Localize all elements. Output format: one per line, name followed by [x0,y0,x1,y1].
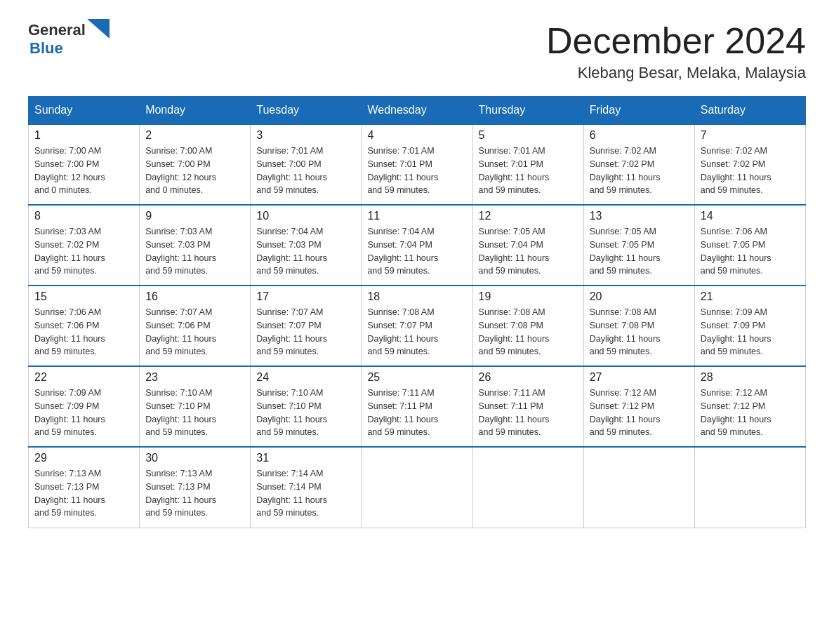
header-friday: Friday [583,97,694,125]
day-info: Sunrise: 7:06 AMSunset: 7:06 PMDaylight:… [34,307,105,356]
day-info: Sunrise: 7:11 AMSunset: 7:11 PMDaylight:… [479,388,550,437]
day-number: 7 [701,129,800,142]
day-info: Sunrise: 7:08 AMSunset: 7:07 PMDaylight:… [367,307,438,356]
day-number: 15 [34,290,133,303]
day-info: Sunrise: 7:03 AMSunset: 7:02 PMDaylight:… [34,227,105,276]
table-row: 12 Sunrise: 7:05 AMSunset: 7:04 PMDaylig… [472,205,583,286]
calendar-week-row: 29 Sunrise: 7:13 AMSunset: 7:13 PMDaylig… [29,447,806,528]
calendar-week-row: 8 Sunrise: 7:03 AMSunset: 7:02 PMDayligh… [29,205,806,286]
logo: General Blue [28,21,110,58]
calendar-table: Sunday Monday Tuesday Wednesday Thursday… [28,96,806,528]
day-number: 30 [145,452,244,464]
day-info: Sunrise: 7:10 AMSunset: 7:10 PMDaylight:… [256,388,327,437]
title-section: December 2024 Klebang Besar, Melaka, Mal… [546,21,806,82]
table-row: 26 Sunrise: 7:11 AMSunset: 7:11 PMDaylig… [472,366,583,447]
day-number: 2 [145,129,244,142]
calendar-week-row: 1 Sunrise: 7:00 AMSunset: 7:00 PMDayligh… [29,124,806,205]
header-thursday: Thursday [472,97,583,125]
day-info: Sunrise: 7:05 AMSunset: 7:05 PMDaylight:… [590,227,661,276]
day-number: 23 [145,371,244,384]
day-info: Sunrise: 7:04 AMSunset: 7:04 PMDaylight:… [367,227,438,276]
table-row: 25 Sunrise: 7:11 AMSunset: 7:11 PMDaylig… [362,366,472,447]
svg-marker-0 [87,19,110,39]
table-row: 13 Sunrise: 7:05 AMSunset: 7:05 PMDaylig… [583,205,694,286]
day-info: Sunrise: 7:10 AMSunset: 7:10 PMDaylight:… [145,388,216,437]
day-number: 14 [701,210,800,222]
table-row: 27 Sunrise: 7:12 AMSunset: 7:12 PMDaylig… [583,366,694,447]
table-row: 5 Sunrise: 7:01 AMSunset: 7:01 PMDayligh… [472,124,583,205]
table-row [694,447,805,528]
day-number: 20 [590,290,689,303]
day-info: Sunrise: 7:08 AMSunset: 7:08 PMDaylight:… [590,307,661,356]
day-info: Sunrise: 7:01 AMSunset: 7:00 PMDaylight:… [256,146,327,195]
day-info: Sunrise: 7:02 AMSunset: 7:02 PMDaylight:… [701,146,772,195]
day-number: 6 [590,129,689,142]
day-number: 11 [367,210,466,222]
day-number: 25 [367,371,466,384]
day-info: Sunrise: 7:09 AMSunset: 7:09 PMDaylight:… [34,388,105,437]
table-row: 14 Sunrise: 7:06 AMSunset: 7:05 PMDaylig… [694,205,805,286]
header-monday: Monday [140,97,251,125]
table-row: 15 Sunrise: 7:06 AMSunset: 7:06 PMDaylig… [29,286,140,366]
day-info: Sunrise: 7:00 AMSunset: 7:00 PMDaylight:… [34,146,105,195]
day-info: Sunrise: 7:01 AMSunset: 7:01 PMDaylight:… [479,146,550,195]
weekday-header-row: Sunday Monday Tuesday Wednesday Thursday… [29,97,806,125]
logo-icon [87,19,110,39]
table-row: 24 Sunrise: 7:10 AMSunset: 7:10 PMDaylig… [251,366,362,447]
table-row: 29 Sunrise: 7:13 AMSunset: 7:13 PMDaylig… [29,447,140,528]
day-info: Sunrise: 7:12 AMSunset: 7:12 PMDaylight:… [590,388,661,437]
day-number: 28 [701,371,800,384]
day-number: 3 [256,129,355,142]
table-row: 28 Sunrise: 7:12 AMSunset: 7:12 PMDaylig… [694,366,805,447]
day-info: Sunrise: 7:12 AMSunset: 7:12 PMDaylight:… [701,388,772,437]
table-row: 11 Sunrise: 7:04 AMSunset: 7:04 PMDaylig… [362,205,472,286]
day-number: 18 [367,290,466,303]
day-number: 19 [479,290,578,303]
day-info: Sunrise: 7:03 AMSunset: 7:03 PMDaylight:… [145,227,216,276]
day-info: Sunrise: 7:08 AMSunset: 7:08 PMDaylight:… [479,307,550,356]
month-title: December 2024 [546,21,806,61]
table-row [362,447,472,528]
day-number: 17 [256,290,355,303]
calendar-week-row: 22 Sunrise: 7:09 AMSunset: 7:09 PMDaylig… [29,366,806,447]
table-row: 8 Sunrise: 7:03 AMSunset: 7:02 PMDayligh… [29,205,140,286]
day-number: 24 [256,371,355,384]
day-info: Sunrise: 7:05 AMSunset: 7:04 PMDaylight:… [479,227,550,276]
day-info: Sunrise: 7:00 AMSunset: 7:00 PMDaylight:… [145,146,216,195]
day-info: Sunrise: 7:13 AMSunset: 7:13 PMDaylight:… [145,469,216,518]
day-info: Sunrise: 7:07 AMSunset: 7:07 PMDaylight:… [256,307,327,356]
header-sunday: Sunday [29,97,140,125]
table-row: 1 Sunrise: 7:00 AMSunset: 7:00 PMDayligh… [29,124,140,205]
day-number: 31 [256,452,355,464]
location-title: Klebang Besar, Melaka, Malaysia [546,64,806,82]
table-row: 23 Sunrise: 7:10 AMSunset: 7:10 PMDaylig… [140,366,251,447]
header-wednesday: Wednesday [362,97,472,125]
table-row: 6 Sunrise: 7:02 AMSunset: 7:02 PMDayligh… [583,124,694,205]
table-row: 21 Sunrise: 7:09 AMSunset: 7:09 PMDaylig… [694,286,805,366]
day-info: Sunrise: 7:11 AMSunset: 7:11 PMDaylight:… [367,388,438,437]
day-number: 12 [479,210,578,222]
table-row: 20 Sunrise: 7:08 AMSunset: 7:08 PMDaylig… [583,286,694,366]
day-info: Sunrise: 7:07 AMSunset: 7:06 PMDaylight:… [145,307,216,356]
table-row: 9 Sunrise: 7:03 AMSunset: 7:03 PMDayligh… [140,205,251,286]
day-info: Sunrise: 7:06 AMSunset: 7:05 PMDaylight:… [701,227,772,276]
day-number: 16 [145,290,244,303]
table-row [472,447,583,528]
day-info: Sunrise: 7:14 AMSunset: 7:14 PMDaylight:… [256,469,327,518]
table-row: 18 Sunrise: 7:08 AMSunset: 7:07 PMDaylig… [362,286,472,366]
table-row: 2 Sunrise: 7:00 AMSunset: 7:00 PMDayligh… [140,124,251,205]
table-row: 17 Sunrise: 7:07 AMSunset: 7:07 PMDaylig… [251,286,362,366]
logo-text-general: General [28,21,86,39]
day-info: Sunrise: 7:02 AMSunset: 7:02 PMDaylight:… [590,146,661,195]
table-row: 16 Sunrise: 7:07 AMSunset: 7:06 PMDaylig… [140,286,251,366]
page-header: General Blue December 2024 Klebang Besar… [28,21,806,82]
table-row: 30 Sunrise: 7:13 AMSunset: 7:13 PMDaylig… [140,447,251,528]
table-row: 19 Sunrise: 7:08 AMSunset: 7:08 PMDaylig… [472,286,583,366]
day-number: 22 [34,371,133,384]
logo-text-blue: Blue [29,39,63,57]
table-row: 3 Sunrise: 7:01 AMSunset: 7:00 PMDayligh… [251,124,362,205]
day-number: 27 [590,371,689,384]
day-info: Sunrise: 7:04 AMSunset: 7:03 PMDaylight:… [256,227,327,276]
day-number: 29 [34,452,133,464]
day-number: 9 [145,210,244,222]
